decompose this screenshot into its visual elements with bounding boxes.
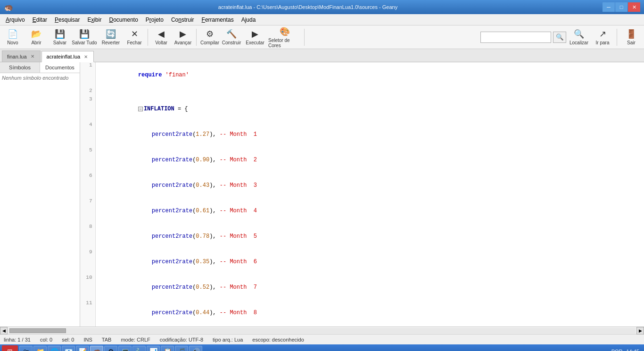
new-button[interactable]: 📄 Novo bbox=[2, 27, 24, 48]
close-button[interactable]: ✕ bbox=[628, 2, 640, 12]
find-label: Localizar bbox=[570, 40, 588, 45]
linenum-11: 11 bbox=[80, 300, 95, 326]
taskbar-geany[interactable]: 🦔 bbox=[90, 346, 103, 351]
save-all-button[interactable]: 💾 Salvar Tudo bbox=[71, 27, 98, 48]
taskbar-app-3[interactable]: 🌐 bbox=[48, 346, 61, 351]
tab-acrateinflat-close[interactable]: ✕ bbox=[83, 54, 89, 59]
taskbar-app-5[interactable]: 📝 bbox=[76, 346, 89, 351]
code-1[interactable]: require 'finan' bbox=[95, 62, 644, 88]
taskbar-app-9[interactable]: 🔧 bbox=[132, 346, 146, 351]
scroll-thumb[interactable] bbox=[9, 328, 66, 333]
minimize-button[interactable]: ─ bbox=[603, 2, 615, 12]
find-button[interactable]: 🔍 Localizar bbox=[568, 27, 590, 48]
goto-label: Ir para bbox=[596, 40, 610, 45]
line-4: 4 percent2rate(1.27), -- Month 1 bbox=[80, 122, 644, 147]
save-icon: 💾 bbox=[55, 29, 65, 39]
code-5[interactable]: percent2rate(0.90), -- Month 2 bbox=[95, 147, 644, 173]
taskbar-app-13[interactable]: 🔊 bbox=[189, 346, 202, 351]
save-button[interactable]: 💾 Salvar bbox=[49, 27, 71, 48]
save-all-icon: 💾 bbox=[79, 29, 90, 39]
save-all-label: Salvar Tudo bbox=[72, 40, 97, 45]
tab-finan-close[interactable]: ✕ bbox=[30, 54, 35, 59]
run-button[interactable]: ▶ Executar bbox=[242, 27, 268, 48]
code-9[interactable]: percent2rate(0.35), -- Month 6 bbox=[95, 249, 644, 275]
revert-button[interactable]: 🔄 Reverter bbox=[98, 27, 124, 48]
forward-label: Avançar bbox=[174, 40, 192, 45]
taskbar-app-12[interactable]: 🎵 bbox=[175, 346, 188, 351]
linenum-4: 4 bbox=[80, 122, 95, 147]
code-11[interactable]: percent2rate(0.44), -- Month 8 bbox=[95, 300, 644, 326]
taskbar-lang[interactable]: POR bbox=[611, 349, 623, 351]
scroll-right[interactable]: ▶ bbox=[636, 327, 644, 334]
code-6[interactable]: percent2rate(0.43), -- Month 3 bbox=[95, 173, 644, 198]
linenum-6: 6 bbox=[80, 173, 95, 198]
menu-projeto[interactable]: Projeto bbox=[142, 16, 167, 24]
compile-button[interactable]: ⚙ Compilar bbox=[199, 27, 221, 48]
color-picker-button[interactable]: 🎨 Seletor de Cores bbox=[268, 27, 302, 48]
menubar: Arquivo Editar Pesquisar Exibir Document… bbox=[0, 14, 644, 25]
main-area: Símbolos Documentos Nenhum símbolo encon… bbox=[0, 62, 644, 326]
taskbar-app-1[interactable]: 🗂 bbox=[19, 346, 33, 351]
code-3[interactable]: −INFLATION = { bbox=[95, 96, 644, 122]
build-label: Construir bbox=[222, 40, 241, 45]
taskbar-right: POR 14:45 bbox=[611, 349, 642, 351]
taskbar-app-7[interactable]: ⚙ bbox=[104, 346, 117, 351]
windows-icon: ⊞ bbox=[7, 348, 13, 351]
goto-button[interactable]: ↗ Ir para bbox=[592, 27, 613, 48]
linenum-9: 9 bbox=[80, 249, 95, 275]
scroll-track[interactable] bbox=[8, 328, 636, 334]
taskbar-app-10[interactable]: 📊 bbox=[147, 346, 160, 351]
app-icon: 🦔 bbox=[4, 3, 13, 12]
code-7[interactable]: percent2rate(0.61), -- Month 4 bbox=[95, 198, 644, 224]
code-2[interactable] bbox=[95, 88, 644, 96]
tab-finan[interactable]: finan.lua ✕ bbox=[2, 50, 41, 62]
search-input[interactable] bbox=[480, 32, 551, 43]
menu-construir[interactable]: Construir bbox=[167, 16, 198, 24]
taskbar-app-4[interactable]: 📧 bbox=[62, 346, 75, 351]
quit-label: Sair bbox=[627, 40, 636, 45]
tab-finan-label: finan.lua bbox=[7, 54, 27, 59]
code-12[interactable]: percent2rate(0.08), -- Month 9 bbox=[95, 326, 644, 326]
back-button[interactable]: ◀ Voltar bbox=[150, 27, 172, 48]
sidebar-tab-symbols[interactable]: Símbolos bbox=[0, 62, 40, 73]
search-button[interactable]: 🔍 bbox=[553, 32, 566, 43]
menu-ajuda[interactable]: Ajuda bbox=[238, 16, 260, 24]
linenum-3: 3 bbox=[80, 96, 95, 122]
code-editor[interactable]: 1 require 'finan' 2 3 −INFLATION = { bbox=[80, 62, 644, 326]
horizontal-scrollbar[interactable]: ◀ ▶ bbox=[0, 326, 644, 334]
code-10[interactable]: percent2rate(0.52), -- Month 7 bbox=[95, 275, 644, 300]
open-button[interactable]: 📂 Abrir bbox=[24, 27, 49, 48]
build-button[interactable]: 🔨 Construir bbox=[221, 27, 242, 48]
code-8[interactable]: percent2rate(0.78), -- Month 5 bbox=[95, 224, 644, 249]
sidebar-tab-documents[interactable]: Documentos bbox=[40, 62, 80, 73]
taskbar-app-8[interactable]: 💻 bbox=[118, 346, 132, 351]
menu-documento[interactable]: Documento bbox=[105, 16, 141, 24]
quit-button[interactable]: 🚪 Sair bbox=[620, 27, 642, 48]
taskbar-app-2[interactable]: 📁 bbox=[33, 346, 47, 351]
status-line: linha: 1 / 31 bbox=[4, 337, 31, 343]
line-2: 2 bbox=[80, 88, 644, 96]
window-title: acrateinflat.lua - C:\Users\Augusto\Desk… bbox=[13, 4, 603, 10]
color-picker-icon: 🎨 bbox=[280, 26, 290, 37]
save-label: Salvar bbox=[53, 40, 66, 45]
menu-pesquisar[interactable]: Pesquisar bbox=[51, 16, 83, 24]
sidebar-content: Nenhum símbolo encontrado bbox=[0, 73, 80, 326]
maximize-button[interactable]: □ bbox=[615, 2, 627, 12]
code-4[interactable]: percent2rate(1.27), -- Month 1 bbox=[95, 122, 644, 147]
forward-button[interactable]: ▶ Avançar bbox=[172, 27, 194, 48]
taskbar-app-11[interactable]: 📋 bbox=[161, 346, 174, 351]
start-button[interactable]: ⊞ bbox=[2, 345, 18, 351]
line-12: 12 percent2rate(0.08), -- Month 9 bbox=[80, 326, 644, 326]
menu-arquivo[interactable]: Arquivo bbox=[2, 16, 29, 24]
menu-editar[interactable]: Editar bbox=[29, 16, 51, 24]
close-file-button[interactable]: ✕ Fechar bbox=[124, 27, 145, 48]
clock: 14:45 bbox=[626, 349, 639, 351]
fold-mark-3[interactable]: − bbox=[138, 107, 143, 111]
compile-label: Compilar bbox=[200, 40, 219, 45]
linenum-5: 5 bbox=[80, 147, 95, 173]
status-ins: INS bbox=[83, 337, 92, 343]
scroll-left[interactable]: ◀ bbox=[0, 327, 8, 334]
tab-acrateinflat[interactable]: acrateinflat.lua ✕ bbox=[41, 51, 94, 62]
menu-ferramentas[interactable]: Ferramentas bbox=[198, 16, 238, 24]
menu-exibir[interactable]: Exibir bbox=[83, 16, 105, 24]
